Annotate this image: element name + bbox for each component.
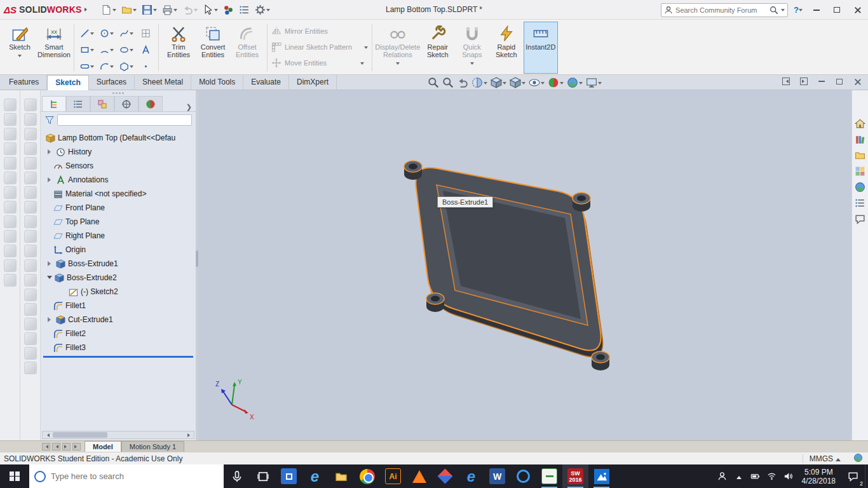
zoom-area-button[interactable] [442, 76, 454, 89]
tab-sketch[interactable]: Sketch [47, 75, 88, 90]
arc-tool-button[interactable] [97, 41, 116, 58]
polygon-tool-button[interactable] [116, 58, 136, 74]
tree-item-right-plane[interactable]: Right Plane [41, 229, 196, 243]
property-manager-tab[interactable] [66, 96, 90, 111]
tab-dimxpert[interactable]: DimXpert [289, 75, 337, 90]
cortana-icon[interactable] [34, 471, 46, 482]
next-tab-icon[interactable] [62, 443, 71, 451]
trim-entities-button[interactable]: Trim Entities [161, 22, 196, 74]
tool-icon[interactable] [4, 98, 17, 111]
last-tab-icon[interactable] [72, 443, 81, 451]
tool-icon[interactable] [4, 113, 17, 126]
chrome-icon[interactable] [354, 464, 380, 488]
quick-snaps-button[interactable]: Quick Snaps [455, 22, 489, 74]
tool-icon[interactable] [4, 245, 17, 257]
display-delete-relations-button[interactable]: Display/Delete Relations [375, 22, 421, 74]
tool-icon[interactable] [4, 186, 17, 199]
tool-icon[interactable] [24, 274, 37, 287]
scroll-thumb[interactable] [53, 432, 107, 438]
blue-circle-app-icon[interactable] [510, 464, 536, 488]
tool-icon[interactable] [4, 274, 17, 287]
prev-tab-icon[interactable] [52, 443, 60, 451]
tree-item-cut-extrude1[interactable]: Cut-Extrude1 [41, 313, 196, 327]
options-button[interactable] [253, 3, 272, 17]
green-document-app-icon[interactable] [536, 464, 562, 488]
battery-icon[interactable] [747, 464, 764, 488]
word-icon[interactable]: W [484, 464, 510, 488]
tool-icon[interactable] [4, 157, 17, 170]
tab-evaluate[interactable]: Evaluate [243, 75, 289, 90]
tag-editor-icon[interactable] [853, 453, 863, 464]
tabs-overflow-icon[interactable]: ❯ [184, 103, 194, 111]
maximize-button[interactable] [829, 3, 845, 17]
convert-entities-button[interactable]: Convert Entities [196, 22, 230, 74]
expand-left-pane-button[interactable] [782, 77, 790, 86]
tool-icon[interactable] [24, 186, 37, 199]
apply-scene-button[interactable] [566, 76, 583, 89]
volume-icon[interactable] [780, 464, 797, 488]
minimize-button[interactable] [808, 3, 825, 17]
filter-funnel-icon[interactable] [44, 115, 55, 125]
expand-icon[interactable] [48, 177, 53, 182]
tool-icon[interactable] [24, 113, 37, 126]
zoom-fit-button[interactable] [427, 76, 440, 89]
offset-entities-button[interactable]: Offset Entities [230, 22, 264, 74]
linear-sketch-pattern-button[interactable]: Linear Sketch Pattern [271, 42, 368, 52]
tool-icon[interactable] [24, 362, 37, 374]
tree-filter-input[interactable] [57, 114, 192, 126]
scroll-left-icon[interactable] [43, 431, 51, 438]
edge-icon[interactable]: e [458, 464, 484, 488]
tool-icon[interactable] [24, 98, 37, 111]
window-close-button[interactable] [853, 77, 862, 86]
open-button[interactable] [119, 3, 139, 17]
solidworks-resources-icon[interactable] [852, 116, 868, 131]
tree-item-origin[interactable]: Origin [41, 243, 196, 257]
tree-item-front-plane[interactable]: Front Plane [41, 201, 196, 215]
section-view-button[interactable] [471, 76, 488, 89]
tree-item-sketch2[interactable]: (-) Sketch2 [41, 285, 196, 299]
tab-sheet-metal[interactable]: Sheet Metal [135, 75, 191, 90]
circle-tool-button[interactable] [97, 25, 116, 41]
spline-tool-button[interactable] [116, 25, 136, 41]
tree-item-fillet1[interactable]: Fillet1 [41, 299, 196, 313]
text-tool-button[interactable] [136, 41, 156, 58]
tool-icon[interactable] [24, 347, 37, 360]
part-3d-model[interactable] [198, 90, 851, 440]
previous-view-button[interactable] [456, 76, 469, 89]
tab-features[interactable]: Features [1, 75, 47, 90]
tool-icon[interactable] [24, 245, 37, 257]
people-icon[interactable] [714, 464, 731, 488]
window-minimize-button[interactable] [817, 77, 826, 86]
design-tree-tab[interactable] [42, 96, 66, 111]
expand-icon[interactable] [48, 261, 53, 266]
motion-study-tab[interactable]: Motion Study 1 [121, 441, 184, 452]
document-properties-button[interactable] [237, 3, 252, 17]
community-search[interactable] [661, 3, 788, 17]
taskbar-clock[interactable]: 5:09 PM4/28/2018 [797, 468, 841, 485]
internet-explorer-icon[interactable]: e [302, 464, 328, 488]
search-dropdown-icon[interactable] [781, 9, 785, 13]
tool-icon[interactable] [24, 259, 37, 272]
tool-icon[interactable] [4, 142, 17, 155]
design-library-icon[interactable] [852, 132, 868, 147]
graphics-viewport[interactable]: Boss-Extrude1 Y X Z [198, 90, 851, 440]
repair-sketch-button[interactable]: Repair Sketch [421, 22, 455, 74]
view-settings-button[interactable] [585, 76, 602, 89]
first-tab-icon[interactable] [42, 443, 50, 451]
tree-item-annotations[interactable]: Annotations [41, 173, 196, 187]
model-tab[interactable]: Model [85, 441, 121, 452]
appearance-button[interactable] [221, 3, 236, 17]
view-orientation-button[interactable] [490, 76, 507, 89]
tool-icon[interactable] [24, 303, 37, 316]
save-button[interactable] [140, 3, 159, 17]
tree-horizontal-scrollbar[interactable] [42, 431, 194, 439]
tool-icon[interactable] [4, 172, 17, 184]
window-restore-button[interactable] [835, 77, 844, 86]
tool-icon[interactable] [24, 215, 37, 228]
rectangle-tool-button[interactable] [77, 41, 97, 58]
search-icon[interactable] [770, 6, 778, 15]
community-search-input[interactable] [675, 6, 767, 14]
expand-icon[interactable] [48, 149, 53, 154]
units-selector[interactable]: MMGS [803, 454, 847, 463]
taskbar-search-input[interactable] [51, 471, 219, 481]
